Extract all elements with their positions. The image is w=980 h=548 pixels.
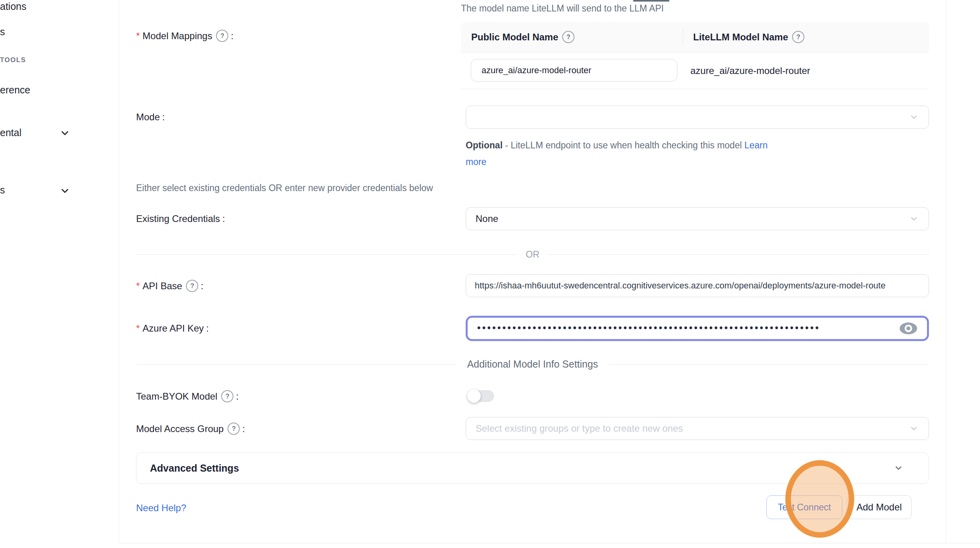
table-row: azure_ai/azure-model-router azure_ai/azu… bbox=[461, 53, 929, 89]
need-help-link[interactable]: Need Help? bbox=[136, 502, 186, 514]
sidebar-item[interactable]: s bbox=[0, 26, 5, 38]
mode-help-text: Optional - LiteLLM endpoint to use when … bbox=[466, 137, 929, 170]
sidebar-divider bbox=[119, 0, 119, 543]
add-model-button[interactable]: Add Model bbox=[847, 495, 912, 519]
toggle-knob bbox=[467, 389, 481, 403]
sidebar-section-label: TOOLS bbox=[0, 56, 26, 64]
credentials-note: Either select existing credentials OR en… bbox=[136, 183, 433, 193]
card-right-border bbox=[946, 0, 946, 543]
sidebar-item-label: ental bbox=[0, 127, 21, 138]
help-question-icon[interactable]: ? bbox=[186, 280, 198, 292]
label-text: API Base bbox=[142, 280, 182, 292]
label-text: Existing Credentials bbox=[136, 213, 220, 225]
column-header-litellm-model-name: LiteLLM Model Name ? bbox=[683, 31, 929, 43]
api-base-value: https://ishaa-mh6uutut-swedencentral.cog… bbox=[475, 281, 885, 291]
mode-help-rest: - LiteLLM endpoint to use when health ch… bbox=[502, 140, 744, 150]
required-marker: * bbox=[136, 280, 140, 292]
label-text: Team-BYOK Model bbox=[136, 391, 217, 402]
model-mappings-table: Public Model Name ? LiteLLM Model Name ?… bbox=[461, 22, 929, 89]
help-question-icon[interactable]: ? bbox=[792, 31, 804, 43]
model-access-group-select[interactable]: Select existing groups or type to create… bbox=[466, 417, 929, 440]
help-question-icon[interactable]: ? bbox=[227, 423, 240, 435]
card-bottom-border bbox=[119, 543, 980, 543]
chevron-down-icon[interactable] bbox=[60, 128, 70, 138]
colon: : bbox=[236, 391, 239, 402]
azure-api-key-label: * Azure API Key : bbox=[136, 322, 209, 334]
model-access-group-placeholder: Select existing groups or type to create… bbox=[476, 423, 683, 434]
colon: : bbox=[206, 322, 209, 334]
chevron-down-icon bbox=[893, 463, 904, 474]
api-base-label: * API Base ? : bbox=[136, 280, 203, 292]
learn-more-link[interactable]: more bbox=[466, 157, 486, 167]
masked-api-key-value: ••••••••••••••••••••••••••••••••••••••••… bbox=[477, 322, 899, 334]
sidebar-section-tools: TOOLS bbox=[0, 56, 26, 64]
sidebar-item-settings[interactable]: s bbox=[0, 184, 5, 196]
column-header-public-model-name: Public Model Name ? bbox=[461, 31, 683, 43]
required-marker: * bbox=[136, 30, 140, 42]
advanced-settings-title: Advanced Settings bbox=[150, 463, 239, 474]
or-divider-text: OR bbox=[526, 249, 540, 260]
click-highlight bbox=[785, 460, 854, 538]
column-header-label: Public Model Name bbox=[471, 32, 558, 43]
existing-credentials-select[interactable]: None bbox=[466, 207, 929, 230]
mode-select[interactable] bbox=[466, 106, 929, 129]
colon: : bbox=[162, 111, 165, 123]
chevron-down-icon bbox=[909, 112, 919, 122]
litellm-add-model-page: ations s TOOLS erence ental s The model … bbox=[0, 0, 980, 548]
learn-more-link[interactable]: Learn bbox=[744, 140, 768, 150]
team-byok-label: Team-BYOK Model ? : bbox=[136, 390, 239, 402]
sidebar-item-organizations[interactable]: ations bbox=[0, 1, 27, 12]
colon: : bbox=[222, 213, 225, 225]
sidebar-item-api-reference[interactable]: erence bbox=[0, 84, 30, 96]
sidebar-item-label: s bbox=[0, 184, 5, 195]
help-question-icon[interactable]: ? bbox=[221, 390, 233, 402]
colon: : bbox=[231, 30, 233, 42]
label-text: Azure API Key bbox=[142, 322, 204, 334]
sidebar-item-label: erence bbox=[0, 84, 30, 95]
team-byok-toggle[interactable] bbox=[468, 390, 494, 402]
column-divider bbox=[683, 28, 683, 46]
public-model-name-input[interactable]: azure_ai/azure-model-router bbox=[471, 59, 677, 82]
or-divider: OR bbox=[136, 249, 929, 260]
litellm-model-name-value: azure_ai/azure-model-router bbox=[690, 53, 810, 89]
required-marker: * bbox=[136, 322, 140, 334]
sidebar-item-label: s bbox=[0, 26, 5, 37]
model-mappings-label: * Model Mappings ? : bbox=[136, 30, 233, 42]
mode-label: Mode : bbox=[136, 111, 165, 123]
optional-bold: Optional bbox=[466, 140, 502, 150]
chevron-down-icon bbox=[909, 214, 919, 224]
eye-icon[interactable] bbox=[899, 321, 917, 336]
column-header-label: LiteLLM Model Name bbox=[693, 32, 788, 43]
label-text: Model Mappings bbox=[142, 30, 212, 42]
additional-settings-divider-text: Additional Model Info Settings bbox=[467, 358, 598, 370]
api-base-input[interactable]: https://ishaa-mh6uutut-swedencentral.cog… bbox=[466, 274, 929, 297]
help-question-icon[interactable]: ? bbox=[216, 30, 228, 42]
help-question-icon[interactable]: ? bbox=[562, 31, 574, 43]
azure-api-key-input[interactable]: ••••••••••••••••••••••••••••••••••••••••… bbox=[466, 316, 929, 341]
existing-credentials-value: None bbox=[476, 213, 498, 224]
label-text: Model Access Group bbox=[136, 423, 224, 435]
existing-credentials-label: Existing Credentials : bbox=[136, 213, 225, 225]
colon: : bbox=[201, 280, 203, 292]
model-name-hint: The model name LiteLLM will send to the … bbox=[461, 3, 664, 14]
public-model-name-value: azure_ai/azure-model-router bbox=[481, 65, 591, 76]
chevron-down-icon bbox=[909, 423, 919, 434]
additional-settings-divider: Additional Model Info Settings bbox=[136, 358, 929, 370]
chevron-down-icon[interactable] bbox=[60, 186, 70, 195]
clipped-content-fragment bbox=[633, 0, 669, 2]
colon: : bbox=[242, 423, 245, 435]
table-header-row: Public Model Name ? LiteLLM Model Name ? bbox=[461, 22, 929, 53]
model-access-group-label: Model Access Group ? : bbox=[136, 423, 245, 435]
label-text: Mode bbox=[136, 111, 160, 123]
sidebar-item-label: ations bbox=[0, 1, 27, 12]
sidebar-item-experimental[interactable]: ental bbox=[0, 127, 21, 138]
